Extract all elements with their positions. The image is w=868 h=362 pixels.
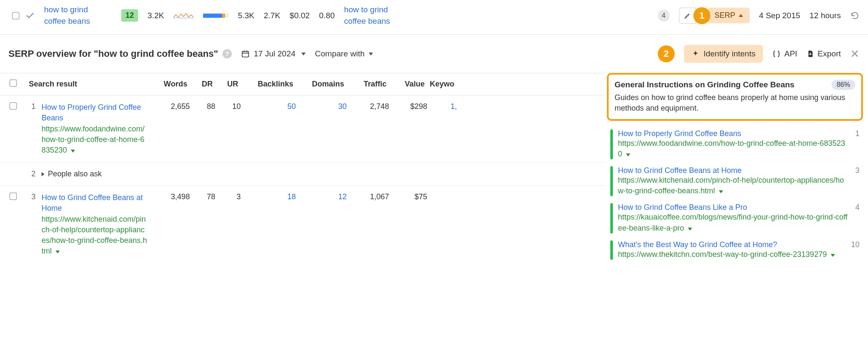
parent-topic-link[interactable]: how to grind coffee beans [344, 4, 412, 27]
cell-domains[interactable]: 12 [296, 192, 347, 201]
result-title[interactable]: How to Properly Grind Coffee Beans [618, 129, 849, 138]
rank: 1 [26, 102, 36, 111]
table-header-row: Search result Words DR UR Backlinks Doma… [0, 73, 605, 95]
intent-group: General Instructions on Grinding Coffee … [607, 73, 863, 120]
identify-intents-button[interactable]: Identify intents [684, 45, 763, 63]
checkmark-icon [25, 11, 35, 20]
col-search-result[interactable]: Search result [26, 80, 149, 89]
cell-backlinks[interactable]: 18 [241, 192, 296, 201]
col-words[interactable]: Words [149, 80, 187, 89]
cell-ur: 10 [215, 102, 241, 111]
chevron-down-icon[interactable] [71, 150, 75, 153]
col-backlinks[interactable]: Backlinks [238, 80, 293, 89]
serp-overview-header: SERP overview for "how to grind coffee b… [0, 35, 868, 73]
result-url[interactable]: https://www.foodandwine.com/how-to-grind… [42, 124, 147, 156]
rank: 3 [26, 192, 36, 201]
volume-value: 3.2K [147, 11, 164, 20]
result-rank: 4 [854, 203, 861, 233]
cell-value: $75 [389, 192, 427, 201]
row-checkbox[interactable] [12, 12, 19, 19]
cell-words: 3,498 [152, 192, 190, 201]
api-button[interactable]: API [772, 49, 797, 58]
close-icon[interactable]: ✕ [850, 47, 860, 61]
caret-up-icon [739, 14, 743, 17]
help-icon[interactable]: ? [223, 49, 232, 58]
col-dr[interactable]: DR [187, 80, 213, 89]
serp-dropdown-button[interactable]: SERP [708, 8, 750, 23]
cps-value: 0.80 [319, 11, 335, 20]
chevron-down-icon [301, 53, 306, 56]
svg-rect-0 [242, 51, 248, 57]
chevron-down-icon[interactable] [56, 251, 60, 253]
cell-value: $298 [389, 102, 427, 111]
compare-label: Compare with [315, 49, 364, 58]
rank: 2 [26, 170, 36, 178]
result-title[interactable]: How to Grind Coffee Beans at Home [42, 192, 147, 214]
pencil-icon [684, 12, 691, 19]
sparkle-icon [692, 50, 699, 58]
result-title[interactable]: What's the Best Way to Grind Coffee at H… [618, 240, 844, 249]
col-domains[interactable]: Domains [293, 80, 344, 89]
keyword-row: how to grind coffee beans 12 3.2K 5.3K 2… [0, 0, 868, 35]
intent-bar [610, 203, 613, 233]
table-row: 3 How to Grind Coffee Beans at Home http… [0, 186, 605, 263]
row-checkbox[interactable] [9, 102, 17, 110]
calendar-icon [241, 50, 250, 58]
result-url[interactable]: https://www.foodandwine.com/how-to-grind… [618, 138, 849, 159]
select-all-checkbox[interactable] [9, 79, 17, 87]
chevron-down-icon[interactable] [719, 190, 723, 193]
serp-features-count[interactable]: 4 [658, 10, 670, 22]
intent-result-item: How to Grind Coffee Beans Like a Pro htt… [607, 200, 863, 237]
result-url[interactable]: https://www.kitchenaid.com/pinch-of-help… [42, 214, 147, 257]
caret-right-icon [42, 172, 45, 176]
cell-backlinks[interactable]: 50 [241, 102, 296, 111]
col-value[interactable]: Value [387, 80, 425, 89]
result-url[interactable]: https://www.kitchenaid.com/pinch-of-help… [618, 175, 849, 196]
result-title[interactable]: How to Grind Coffee Beans at Home [618, 166, 849, 175]
people-also-ask[interactable]: People also ask [42, 170, 152, 178]
cell-traffic: 1,067 [347, 192, 389, 201]
result-url[interactable]: https://www.thekitchn.com/best-way-to-gr… [618, 249, 844, 260]
row-checkbox[interactable] [9, 192, 17, 200]
clicks-distribution [203, 14, 228, 18]
serp-button-label: SERP [715, 11, 735, 20]
cell-domains[interactable]: 30 [296, 102, 347, 111]
chevron-down-icon[interactable] [626, 153, 630, 156]
refresh-countdown: 12 hours [810, 11, 841, 20]
result-title[interactable]: How to Grind Coffee Beans Like a Pro [618, 203, 849, 212]
overview-title: SERP overview for "how to grind coffee b… [8, 48, 232, 59]
result-title[interactable]: How to Properly Grind Coffee Beans [42, 102, 147, 123]
chevron-down-icon [369, 53, 373, 56]
intent-percentage-badge: 86% [832, 80, 855, 90]
chevron-down-icon[interactable] [688, 228, 692, 231]
global-volume-value: 5.3K [238, 11, 254, 20]
cell-dr: 88 [190, 102, 215, 111]
intents-panel: General Instructions on Grinding Coffee … [605, 73, 868, 263]
cell-traffic: 2,748 [347, 102, 389, 111]
intent-result-item: What's the Best Way to Grind Coffee at H… [607, 237, 863, 263]
col-keywords[interactable]: Keywo [425, 80, 454, 89]
result-url[interactable]: https://kauaicoffee.com/blogs/news/find-… [618, 212, 849, 233]
date-picker[interactable]: 17 Jul 2024 [241, 49, 306, 58]
paa-label: People also ask [48, 170, 102, 178]
intent-bar [610, 129, 613, 159]
download-file-icon [807, 50, 814, 58]
cpc-value: $0.02 [289, 11, 310, 20]
export-button[interactable]: Export [807, 49, 841, 58]
intent-bar [610, 240, 613, 260]
cell-keywords[interactable]: 1, [427, 102, 457, 111]
compare-dropdown[interactable]: Compare with [315, 49, 373, 58]
export-label: Export [818, 49, 841, 58]
traffic-potential-value: 2.7K [264, 11, 280, 20]
col-ur[interactable]: UR [213, 80, 238, 89]
col-traffic[interactable]: Traffic [344, 80, 387, 89]
intent-result-item: How to Properly Grind Coffee Beans https… [607, 126, 863, 163]
result-rank: 1 [854, 129, 861, 159]
chevron-down-icon[interactable] [831, 254, 835, 257]
refresh-icon[interactable] [850, 11, 860, 20]
title-prefix: SERP overview for [8, 48, 94, 59]
result-rank: 3 [854, 166, 861, 196]
keyword-link[interactable]: how to grind coffee beans [44, 4, 112, 27]
date-value: 17 Jul 2024 [254, 49, 295, 58]
cell-dr: 78 [190, 192, 215, 201]
